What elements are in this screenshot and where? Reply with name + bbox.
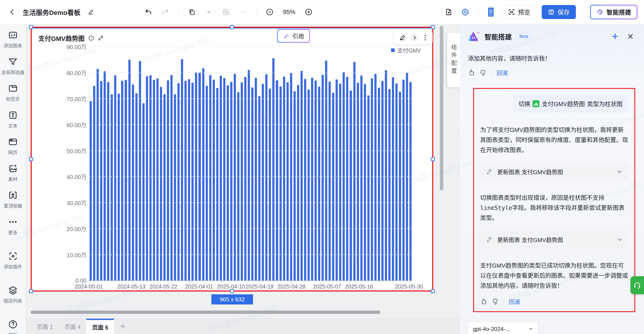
export-icon[interactable] [443,6,454,18]
preview-button[interactable]: 预览 [502,5,536,19]
add-page-button[interactable] [114,319,132,334]
bar[interactable] [385,70,387,281]
new-conversation-plus-icon[interactable] [610,31,621,42]
bar[interactable] [294,91,296,281]
settings-gear-icon[interactable] [460,6,471,18]
bar[interactable] [280,86,282,281]
bar[interactable] [258,96,260,281]
bar[interactable] [300,71,303,281]
bar[interactable] [374,74,376,281]
bar[interactable] [135,93,138,281]
bar[interactable] [342,72,345,281]
tool-card-update-chart-1[interactable]: 更新图表 支付GMV趋势图 [480,163,628,181]
bar[interactable] [184,81,187,281]
bar[interactable] [192,83,194,281]
thumb-down-icon[interactable] [492,298,499,305]
bar[interactable] [241,82,243,281]
bar[interactable] [286,82,289,281]
bar[interactable] [146,76,148,281]
bar[interactable] [269,89,271,281]
bar[interactable] [107,82,109,281]
bar[interactable] [314,80,317,281]
bar[interactable] [308,89,310,281]
bar[interactable] [350,91,352,281]
page-tab-1[interactable]: 页面 1 [31,319,59,334]
sidebar-item-webpage[interactable]: 网页 [8,137,18,155]
redo-icon[interactable] [160,6,171,18]
bar[interactable] [160,87,162,281]
sidebar-item-tab-page[interactable]: 标签页 [6,84,20,102]
bar[interactable] [223,78,226,281]
resize-handle-s[interactable] [230,289,234,293]
bar[interactable] [396,83,398,281]
thumb-up-icon[interactable] [480,298,487,305]
bar[interactable] [255,78,257,281]
bar[interactable] [367,95,370,281]
smart-build-button[interactable]: 智能搭建 [590,5,638,19]
bar[interactable] [230,82,232,281]
bar[interactable] [132,84,134,281]
bar[interactable] [360,75,362,281]
bar[interactable] [304,79,306,281]
bar[interactable] [121,81,123,281]
bar[interactable] [297,85,299,281]
vertical-scrollbar[interactable] [440,26,443,190]
sidebar-item-global-filter[interactable]: 全局筛选器 [1,57,24,75]
resize-handle-n[interactable] [230,25,234,29]
bar[interactable] [118,94,120,281]
rollback-link[interactable]: 回滚 [509,298,520,306]
bar[interactable] [244,77,246,281]
bar[interactable] [237,92,240,281]
resize-handle-sw[interactable] [29,289,33,293]
component-config-tab[interactable]: 组件配置 [447,33,460,87]
bar[interactable] [378,88,380,281]
bar[interactable] [181,59,183,281]
bar[interactable] [392,77,394,281]
tool-card-update-chart-2[interactable]: 更新图表 支付GMV趋势图 [480,231,628,248]
quote-button[interactable]: 引用 [277,29,310,43]
sidebar-item-layer-list[interactable]: 图层列表 [4,285,22,304]
bar[interactable] [402,80,404,281]
back-icon[interactable] [6,6,18,18]
resize-handle-se[interactable] [431,289,435,293]
bar[interactable] [125,80,127,281]
bar[interactable] [276,80,278,281]
bar[interactable] [128,60,130,281]
chevron-down-icon[interactable] [203,6,215,18]
page-tab-5-active[interactable]: 页面 5 [86,319,114,334]
model-selector[interactable]: gpt-4o-2024-... [468,322,538,334]
bar[interactable] [142,103,144,281]
bar[interactable] [311,78,313,281]
bar[interactable] [114,75,116,281]
bar[interactable] [318,87,320,281]
resize-handle-ne[interactable] [431,25,435,29]
rename-pencil-icon[interactable] [85,6,96,18]
bar[interactable] [150,75,152,281]
bar[interactable] [178,83,180,281]
mobile-preview-icon[interactable] [485,6,496,18]
bar[interactable] [213,80,215,281]
bar[interactable] [156,79,158,281]
bar[interactable] [328,82,331,281]
bar[interactable] [93,86,95,281]
bar[interactable] [174,94,176,281]
bar[interactable] [100,81,102,281]
bar[interactable] [364,84,366,281]
resize-handle-e[interactable] [431,157,435,161]
zoom-out-icon[interactable] [264,6,275,18]
bar[interactable] [388,89,390,281]
relation-icon[interactable] [98,35,104,41]
sidebar-item-add-plugin[interactable]: 添加插件 [4,251,22,270]
bar[interactable] [220,76,222,281]
bar[interactable] [234,74,236,281]
support-headset-button[interactable] [630,276,644,294]
horizontal-scrollbar[interactable] [31,311,380,314]
kebab-icon[interactable] [424,34,427,41]
bar[interactable] [283,77,285,281]
bar[interactable] [262,84,264,281]
bar[interactable] [339,84,341,281]
bar[interactable] [410,82,412,281]
bar[interactable] [322,75,324,281]
bar[interactable] [381,81,384,281]
chevron-down-icon[interactable] [617,169,622,174]
